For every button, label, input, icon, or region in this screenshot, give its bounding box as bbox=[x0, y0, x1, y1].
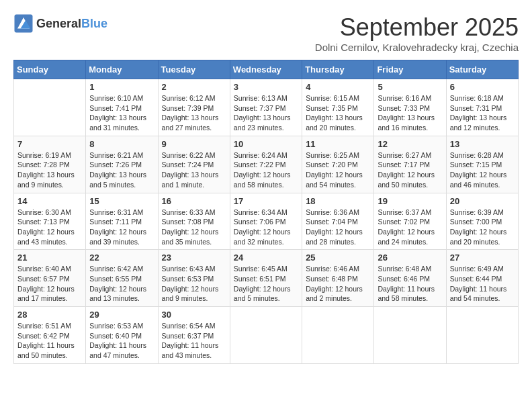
calendar-cell: 1Sunrise: 6:10 AM Sunset: 7:41 PM Daylig… bbox=[86, 79, 158, 136]
day-info: Sunrise: 6:25 AM Sunset: 7:20 PM Dayligh… bbox=[306, 150, 370, 190]
day-info: Sunrise: 6:15 AM Sunset: 7:35 PM Dayligh… bbox=[306, 93, 370, 133]
calendar-cell: 21Sunrise: 6:40 AM Sunset: 6:57 PM Dayli… bbox=[14, 250, 86, 307]
day-info: Sunrise: 6:13 AM Sunset: 7:37 PM Dayligh… bbox=[234, 93, 298, 133]
day-info: Sunrise: 6:16 AM Sunset: 7:33 PM Dayligh… bbox=[378, 93, 442, 133]
day-number: 24 bbox=[234, 253, 298, 263]
calendar-cell: 3Sunrise: 6:13 AM Sunset: 7:37 PM Daylig… bbox=[230, 79, 302, 136]
calendar-table: SundayMondayTuesdayWednesdayThursdayFrid… bbox=[13, 60, 519, 364]
day-number: 2 bbox=[162, 82, 226, 92]
day-number: 25 bbox=[306, 253, 370, 263]
calendar-cell: 22Sunrise: 6:42 AM Sunset: 6:55 PM Dayli… bbox=[86, 250, 158, 307]
calendar-cell: 18Sunrise: 6:36 AM Sunset: 7:04 PM Dayli… bbox=[302, 193, 374, 250]
calendar-cell bbox=[446, 307, 518, 364]
day-number: 13 bbox=[450, 139, 515, 149]
day-number: 23 bbox=[162, 253, 226, 263]
logo: General Blue bbox=[13, 13, 107, 34]
day-number: 11 bbox=[306, 139, 370, 149]
day-info: Sunrise: 6:54 AM Sunset: 6:37 PM Dayligh… bbox=[162, 321, 226, 361]
calendar-cell: 10Sunrise: 6:24 AM Sunset: 7:22 PM Dayli… bbox=[230, 136, 302, 193]
calendar-cell: 25Sunrise: 6:46 AM Sunset: 6:48 PM Dayli… bbox=[302, 250, 374, 307]
day-number: 30 bbox=[162, 310, 226, 320]
day-number: 10 bbox=[234, 139, 298, 149]
day-number: 28 bbox=[17, 310, 82, 320]
calendar-cell: 19Sunrise: 6:37 AM Sunset: 7:02 PM Dayli… bbox=[374, 193, 446, 250]
calendar-header-row: SundayMondayTuesdayWednesdayThursdayFrid… bbox=[14, 60, 519, 79]
day-number: 7 bbox=[17, 139, 82, 149]
header-tuesday: Tuesday bbox=[158, 60, 230, 79]
day-number: 6 bbox=[450, 82, 515, 92]
day-number: 1 bbox=[89, 82, 154, 92]
calendar-cell bbox=[14, 79, 86, 136]
title-block: September 2025 Dolni Cernilov, Kralovehr… bbox=[315, 13, 519, 53]
day-number: 27 bbox=[450, 253, 515, 263]
calendar-cell: 17Sunrise: 6:34 AM Sunset: 7:06 PM Dayli… bbox=[230, 193, 302, 250]
day-number: 4 bbox=[306, 82, 370, 92]
calendar-cell: 29Sunrise: 6:53 AM Sunset: 6:40 PM Dayli… bbox=[86, 307, 158, 364]
calendar-cell: 20Sunrise: 6:39 AM Sunset: 7:00 PM Dayli… bbox=[446, 193, 518, 250]
calendar-week-3: 14Sunrise: 6:30 AM Sunset: 7:13 PM Dayli… bbox=[14, 193, 519, 250]
calendar-week-4: 21Sunrise: 6:40 AM Sunset: 6:57 PM Dayli… bbox=[14, 250, 519, 307]
day-number: 8 bbox=[89, 139, 154, 149]
day-number: 20 bbox=[450, 196, 515, 206]
calendar-week-5: 28Sunrise: 6:51 AM Sunset: 6:42 PM Dayli… bbox=[14, 307, 519, 364]
logo-general: General bbox=[36, 17, 81, 31]
calendar-cell: 27Sunrise: 6:49 AM Sunset: 6:44 PM Dayli… bbox=[446, 250, 518, 307]
logo-blue: Blue bbox=[81, 17, 107, 31]
day-number: 12 bbox=[378, 139, 442, 149]
day-info: Sunrise: 6:43 AM Sunset: 6:53 PM Dayligh… bbox=[162, 264, 226, 304]
day-info: Sunrise: 6:19 AM Sunset: 7:28 PM Dayligh… bbox=[17, 150, 82, 190]
calendar-cell: 2Sunrise: 6:12 AM Sunset: 7:39 PM Daylig… bbox=[158, 79, 230, 136]
day-info: Sunrise: 6:49 AM Sunset: 6:44 PM Dayligh… bbox=[450, 264, 515, 304]
day-info: Sunrise: 6:37 AM Sunset: 7:02 PM Dayligh… bbox=[378, 208, 442, 247]
header-wednesday: Wednesday bbox=[230, 60, 302, 79]
day-info: Sunrise: 6:31 AM Sunset: 7:11 PM Dayligh… bbox=[89, 208, 154, 247]
page-header: General Blue September 2025 Dolni Cernil… bbox=[13, 13, 519, 53]
day-info: Sunrise: 6:46 AM Sunset: 6:48 PM Dayligh… bbox=[306, 264, 370, 304]
day-number: 9 bbox=[162, 139, 226, 149]
day-info: Sunrise: 6:33 AM Sunset: 7:08 PM Dayligh… bbox=[162, 208, 226, 247]
calendar-cell: 30Sunrise: 6:54 AM Sunset: 6:37 PM Dayli… bbox=[158, 307, 230, 364]
calendar-cell: 8Sunrise: 6:21 AM Sunset: 7:26 PM Daylig… bbox=[86, 136, 158, 193]
header-sunday: Sunday bbox=[14, 60, 86, 79]
day-info: Sunrise: 6:24 AM Sunset: 7:22 PM Dayligh… bbox=[234, 150, 298, 190]
day-number: 26 bbox=[378, 253, 442, 263]
calendar-cell: 9Sunrise: 6:22 AM Sunset: 7:24 PM Daylig… bbox=[158, 136, 230, 193]
day-number: 29 bbox=[89, 310, 154, 320]
day-number: 21 bbox=[17, 253, 82, 263]
day-info: Sunrise: 6:22 AM Sunset: 7:24 PM Dayligh… bbox=[162, 150, 226, 190]
calendar-week-2: 7Sunrise: 6:19 AM Sunset: 7:28 PM Daylig… bbox=[14, 136, 519, 193]
location: Dolni Cernilov, Kralovehradecky kraj, Cz… bbox=[315, 42, 519, 53]
calendar-cell bbox=[230, 307, 302, 364]
day-number: 15 bbox=[89, 196, 154, 206]
day-info: Sunrise: 6:28 AM Sunset: 7:15 PM Dayligh… bbox=[450, 150, 515, 190]
day-number: 22 bbox=[89, 253, 154, 263]
calendar-cell: 15Sunrise: 6:31 AM Sunset: 7:11 PM Dayli… bbox=[86, 193, 158, 250]
month-title: September 2025 bbox=[315, 13, 519, 42]
day-number: 14 bbox=[17, 196, 82, 206]
day-info: Sunrise: 6:30 AM Sunset: 7:13 PM Dayligh… bbox=[17, 208, 82, 247]
calendar-cell: 5Sunrise: 6:16 AM Sunset: 7:33 PM Daylig… bbox=[374, 79, 446, 136]
day-info: Sunrise: 6:51 AM Sunset: 6:42 PM Dayligh… bbox=[17, 321, 82, 361]
calendar-cell: 14Sunrise: 6:30 AM Sunset: 7:13 PM Dayli… bbox=[14, 193, 86, 250]
day-number: 16 bbox=[162, 196, 226, 206]
day-number: 18 bbox=[306, 196, 370, 206]
calendar-week-1: 1Sunrise: 6:10 AM Sunset: 7:41 PM Daylig… bbox=[14, 79, 519, 136]
day-info: Sunrise: 6:39 AM Sunset: 7:00 PM Dayligh… bbox=[450, 208, 515, 247]
day-info: Sunrise: 6:18 AM Sunset: 7:31 PM Dayligh… bbox=[450, 93, 515, 133]
day-info: Sunrise: 6:27 AM Sunset: 7:17 PM Dayligh… bbox=[378, 150, 442, 190]
day-number: 19 bbox=[378, 196, 442, 206]
calendar-cell: 16Sunrise: 6:33 AM Sunset: 7:08 PM Dayli… bbox=[158, 193, 230, 250]
calendar-cell bbox=[302, 307, 374, 364]
day-info: Sunrise: 6:21 AM Sunset: 7:26 PM Dayligh… bbox=[89, 150, 154, 190]
day-number: 5 bbox=[378, 82, 442, 92]
header-thursday: Thursday bbox=[302, 60, 374, 79]
calendar-cell: 26Sunrise: 6:48 AM Sunset: 6:46 PM Dayli… bbox=[374, 250, 446, 307]
calendar-cell bbox=[374, 307, 446, 364]
day-number: 3 bbox=[234, 82, 298, 92]
day-info: Sunrise: 6:53 AM Sunset: 6:40 PM Dayligh… bbox=[89, 321, 154, 361]
day-info: Sunrise: 6:40 AM Sunset: 6:57 PM Dayligh… bbox=[17, 264, 82, 304]
day-number: 17 bbox=[234, 196, 298, 206]
day-info: Sunrise: 6:12 AM Sunset: 7:39 PM Dayligh… bbox=[162, 93, 226, 133]
header-saturday: Saturday bbox=[446, 60, 518, 79]
header-monday: Monday bbox=[86, 60, 158, 79]
